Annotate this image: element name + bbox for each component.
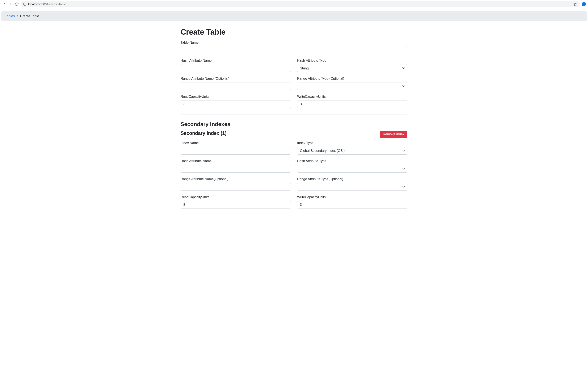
idx-read-capacity-label: ReadCapacityUnits xyxy=(181,195,291,199)
reload-button[interactable] xyxy=(15,2,18,6)
breadcrumb: Tables / Create Table xyxy=(1,11,587,21)
range-attr-type-select[interactable] xyxy=(297,82,407,90)
forward-button[interactable] xyxy=(8,2,13,6)
hash-attr-type-select[interactable]: String xyxy=(297,64,407,72)
read-capacity-label: ReadCapacityUnits xyxy=(181,95,291,99)
idx-range-attr-name-label: Range Attribute Name(Optional) xyxy=(181,177,291,181)
browser-toolbar: localhost:8001/create-table xyxy=(0,0,588,8)
idx-write-capacity-input[interactable] xyxy=(297,201,407,209)
url-path: /create-table xyxy=(48,2,66,6)
idx-hash-attr-name-label: Hash Attribute Name xyxy=(181,159,291,163)
svg-marker-3 xyxy=(574,2,577,5)
secondary-index-title: Secondary Index (1) xyxy=(181,131,227,136)
main-content: Create Table Table Name Hash Attribute N… xyxy=(176,22,412,221)
address-bar[interactable]: localhost:8001/create-table xyxy=(21,1,580,7)
write-capacity-input[interactable] xyxy=(297,100,407,108)
bookmark-star-icon[interactable] xyxy=(573,2,577,6)
hash-attr-name-input[interactable] xyxy=(181,64,291,72)
table-name-label: Table Name xyxy=(181,41,407,44)
range-attr-type-label: Range Attribute Type (Optional) xyxy=(297,77,407,81)
idx-hash-attr-type-select[interactable] xyxy=(297,165,407,173)
range-attr-name-input[interactable] xyxy=(181,82,291,90)
breadcrumb-root-link[interactable]: Tables xyxy=(5,14,15,18)
index-type-label: Index Type xyxy=(297,141,407,145)
read-capacity-input[interactable] xyxy=(181,100,291,108)
url-port: :8001 xyxy=(41,2,48,6)
secondary-indexes-heading: Secondary Indexes xyxy=(181,121,407,128)
profile-avatar-icon[interactable] xyxy=(582,2,586,6)
index-type-select[interactable]: Global Secondary Index (GSI) xyxy=(297,147,407,155)
breadcrumb-current: Create Table xyxy=(20,14,39,18)
idx-range-attr-name-input[interactable] xyxy=(181,183,291,191)
write-capacity-label: WriteCapacityUnits xyxy=(297,95,407,99)
page-title: Create Table xyxy=(181,28,407,37)
idx-read-capacity-input[interactable] xyxy=(181,201,291,209)
range-attr-name-label: Range Attribute Name (Optional) xyxy=(181,77,291,81)
remove-index-button[interactable]: Remove Index xyxy=(380,131,407,138)
idx-write-capacity-label: WriteCapacityUnits xyxy=(297,195,407,199)
index-name-label: Index Name xyxy=(181,141,291,145)
url-host: localhost xyxy=(28,2,41,6)
idx-range-attr-type-label: Range Attribute Type(Optional) xyxy=(297,177,407,181)
idx-hash-attr-name-input[interactable] xyxy=(181,165,291,173)
site-info-icon[interactable] xyxy=(23,2,27,6)
idx-range-attr-type-select[interactable] xyxy=(297,183,407,191)
idx-hash-attr-type-label: Hash Attribute Type xyxy=(297,159,407,163)
breadcrumb-separator: / xyxy=(17,14,18,18)
index-name-input[interactable] xyxy=(181,147,291,155)
hash-attr-name-label: Hash Attribute Name xyxy=(181,59,291,63)
table-name-input[interactable] xyxy=(181,46,407,54)
hash-attr-type-label: Hash Attribute Type xyxy=(297,59,407,63)
back-button[interactable] xyxy=(2,2,6,6)
url-text: localhost:8001/create-table xyxy=(28,2,572,6)
